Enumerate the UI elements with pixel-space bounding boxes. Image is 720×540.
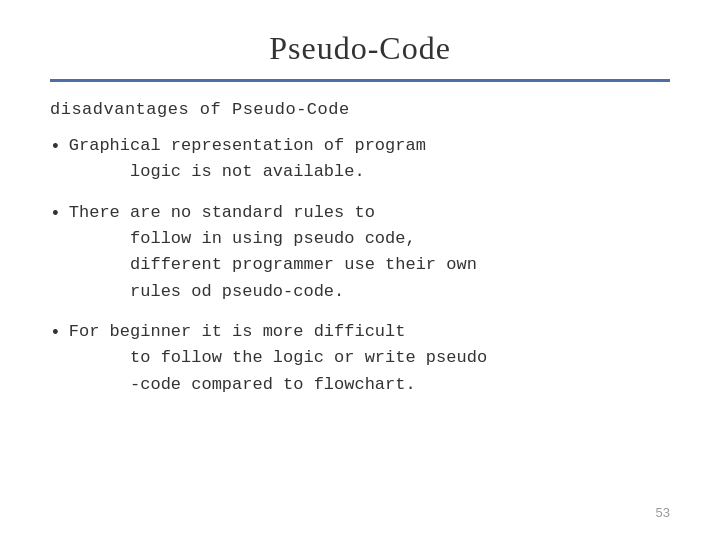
bullet-text-3: For beginner it is more difficult to fol… bbox=[69, 319, 487, 398]
list-item: • For beginner it is more difficult to f… bbox=[50, 319, 670, 398]
content-section: disadvantages of Pseudo-Code • Graphical… bbox=[50, 100, 670, 495]
bullet-dot: • bbox=[50, 320, 61, 347]
slide-title: Pseudo-Code bbox=[50, 30, 670, 67]
page-number: 53 bbox=[50, 495, 670, 520]
bullet-list: • Graphical representation of program lo… bbox=[50, 133, 670, 398]
slide: Pseudo-Code disadvantages of Pseudo-Code… bbox=[0, 0, 720, 540]
bullet-dot: • bbox=[50, 134, 61, 161]
bullet-dot: • bbox=[50, 201, 61, 228]
bullet-text-2: There are no standard rules to follow in… bbox=[69, 200, 477, 305]
divider bbox=[50, 79, 670, 82]
list-item: • Graphical representation of program lo… bbox=[50, 133, 670, 186]
title-section: Pseudo-Code bbox=[50, 30, 670, 67]
bullet-text-1: Graphical representation of program logi… bbox=[69, 133, 426, 186]
section-heading: disadvantages of Pseudo-Code bbox=[50, 100, 670, 119]
list-item: • There are no standard rules to follow … bbox=[50, 200, 670, 305]
